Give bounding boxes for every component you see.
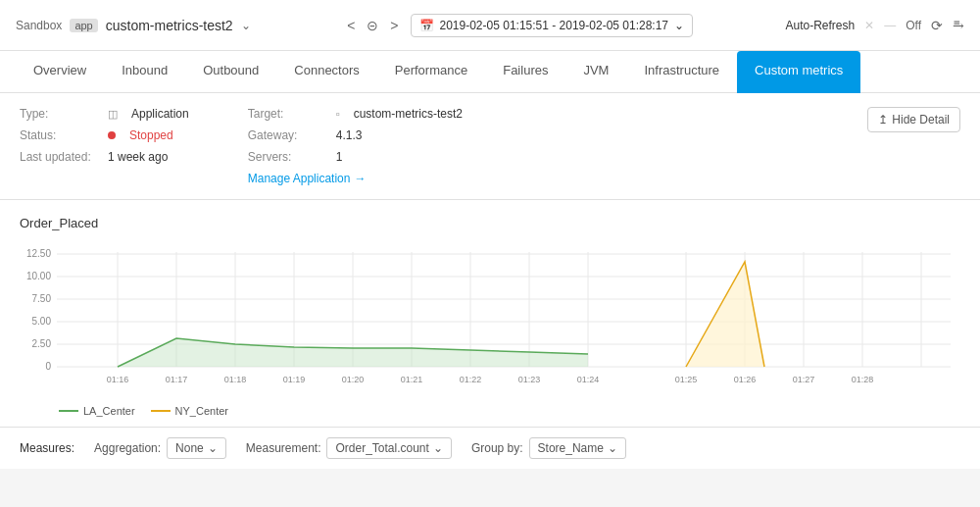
sandbox-badge: app	[70, 19, 97, 32]
calendar-icon: 📅	[419, 19, 434, 32]
last-updated-row: Last updated: 1 week ago	[20, 150, 189, 164]
svg-text:01:25: 01:25	[675, 375, 698, 384]
time-navigation: < ⊝ > 📅 2019-02-05 01:15:51 - 2019-02-05…	[343, 14, 693, 37]
tab-performance[interactable]: Performance	[377, 51, 485, 92]
type-row: Type: ◫ Application	[20, 107, 189, 121]
servers-row: Servers: 1	[248, 150, 463, 164]
svg-text:5.00: 5.00	[32, 316, 52, 327]
servers-value: 1	[336, 150, 343, 164]
sandbox-label: Sandbox	[16, 19, 62, 32]
aggregation-section: Aggregation: None ⌄	[94, 437, 226, 459]
last-updated-value: 1 week ago	[108, 150, 168, 164]
svg-text:12.50: 12.50	[26, 248, 51, 259]
app-selector[interactable]: Sandbox app custom-metrics-test2 ⌄	[16, 18, 251, 33]
hide-detail-button[interactable]: ↥ Hide Detail	[867, 107, 960, 132]
chart-legend: LA_Center NY_Center	[59, 405, 960, 417]
legend-ny-label: NY_Center	[175, 405, 228, 417]
status-value: Stopped	[129, 128, 173, 142]
legend-line-yellow	[151, 410, 171, 412]
svg-text:10.00: 10.00	[26, 271, 51, 281]
manage-link-arrow: →	[354, 172, 366, 185]
svg-text:01:17: 01:17	[166, 375, 188, 384]
tab-inbound[interactable]: Inbound	[104, 51, 185, 92]
app-selector-chevron[interactable]: ⌄	[241, 19, 251, 32]
groupby-chevron: ⌄	[608, 441, 617, 455]
detail-panel: Type: ◫ Application Status: Stopped Last…	[0, 93, 980, 200]
tab-custom-metrics[interactable]: Custom metrics	[737, 51, 860, 93]
legend-la-label: LA_Center	[83, 405, 135, 417]
measurement-chevron: ⌄	[433, 441, 443, 455]
tab-connectors[interactable]: Connectors	[276, 51, 376, 92]
tab-outbound[interactable]: Outbound	[185, 51, 276, 92]
chart-svg: 12.50 10.00 7.50 5.00 2.50 0	[20, 242, 960, 399]
toolbar-right: Auto-Refresh ✕ — Off ⟳ ⥱	[786, 18, 965, 33]
hide-detail-label: Hide Detail	[892, 113, 950, 127]
svg-text:01:27: 01:27	[793, 375, 815, 384]
status-row: Status: Stopped	[20, 128, 189, 142]
status-label: Status:	[20, 128, 98, 142]
tab-overview[interactable]: Overview	[16, 51, 104, 92]
groupby-value: Store_Name	[538, 441, 604, 455]
last-updated-label: Last updated:	[20, 150, 98, 164]
aggregation-label: Aggregation:	[94, 441, 161, 455]
legend-ny-center: NY_Center	[151, 405, 228, 417]
gateway-label: Gateway:	[248, 128, 326, 142]
type-value: Application	[131, 107, 189, 121]
type-label: Type:	[20, 107, 98, 121]
svg-text:01:22: 01:22	[460, 375, 482, 384]
chart-area: 12.50 10.00 7.50 5.00 2.50 0	[20, 242, 960, 399]
date-range-value: 2019-02-05 01:15:51 - 2019-02-05 01:28:1…	[440, 19, 669, 32]
svg-text:01:28: 01:28	[852, 375, 874, 384]
refresh-icon[interactable]: ⟳	[931, 18, 943, 33]
auto-refresh-dash: —	[884, 19, 896, 32]
aggregation-chevron: ⌄	[208, 441, 218, 455]
svg-text:01:16: 01:16	[107, 375, 129, 384]
svg-text:7.50: 7.50	[32, 293, 52, 304]
zoom-out-button[interactable]: ⊝	[367, 18, 378, 33]
svg-marker-40	[686, 262, 764, 367]
groupby-dropdown[interactable]: Store_Name ⌄	[529, 437, 626, 459]
tab-jvm[interactable]: JVM	[565, 51, 626, 92]
application-type-icon: ◫	[108, 108, 118, 121]
gateway-value: 4.1.3	[336, 128, 363, 142]
nav-tabs: Overview Inbound Outbound Connectors Per…	[0, 51, 980, 93]
auto-refresh-separator: ✕	[864, 19, 874, 32]
servers-label: Servers:	[248, 150, 326, 164]
fullscreen-icon[interactable]: ⥱	[953, 18, 964, 33]
groupby-section: Group by: Store_Name ⌄	[471, 437, 626, 459]
detail-col-right: Target: ▫ custom-metrics-test2 Gateway: …	[248, 107, 463, 185]
aggregation-dropdown[interactable]: None ⌄	[167, 437, 226, 459]
measurement-dropdown[interactable]: Order_Total.count ⌄	[326, 437, 451, 459]
target-value: custom-metrics-test2	[354, 107, 463, 121]
measurement-label: Measurement:	[246, 441, 321, 455]
measurement-section: Measurement: Order_Total.count ⌄	[246, 437, 452, 459]
svg-text:01:21: 01:21	[401, 375, 423, 384]
time-prev-button[interactable]: <	[343, 16, 359, 35]
svg-text:01:20: 01:20	[342, 375, 365, 384]
date-range-chevron: ⌄	[674, 19, 684, 32]
date-range-picker[interactable]: 📅 2019-02-05 01:15:51 - 2019-02-05 01:28…	[411, 14, 694, 37]
measures-label: Measures:	[20, 441, 74, 455]
auto-refresh-off: Off	[906, 19, 921, 32]
auto-refresh-label: Auto-Refresh	[786, 19, 856, 32]
target-row: Target: ▫ custom-metrics-test2	[248, 107, 463, 121]
measurement-value: Order_Total.count	[335, 441, 428, 455]
tab-infrastructure[interactable]: Infrastructure	[626, 51, 737, 92]
legend-line-green	[59, 410, 78, 412]
svg-text:01:23: 01:23	[518, 375, 541, 384]
detail-left: Type: ◫ Application Status: Stopped Last…	[20, 107, 463, 185]
chart-title: Order_Placed	[20, 216, 960, 230]
tab-failures[interactable]: Failures	[485, 51, 565, 92]
top-bar: Sandbox app custom-metrics-test2 ⌄ < ⊝ >…	[0, 0, 980, 51]
manage-row: Manage Application →	[248, 172, 463, 185]
svg-text:01:18: 01:18	[224, 375, 247, 384]
svg-text:01:26: 01:26	[734, 375, 757, 384]
svg-text:01:19: 01:19	[283, 375, 306, 384]
detail-col-left: Type: ◫ Application Status: Stopped Last…	[20, 107, 189, 185]
status-dot	[108, 131, 116, 139]
bottom-bar: Measures: Aggregation: None ⌄ Measuremen…	[0, 427, 980, 469]
target-label: Target:	[248, 107, 326, 121]
manage-application-link[interactable]: Manage Application →	[248, 172, 367, 185]
legend-la-center: LA_Center	[59, 405, 135, 417]
time-next-button[interactable]: >	[386, 16, 402, 35]
